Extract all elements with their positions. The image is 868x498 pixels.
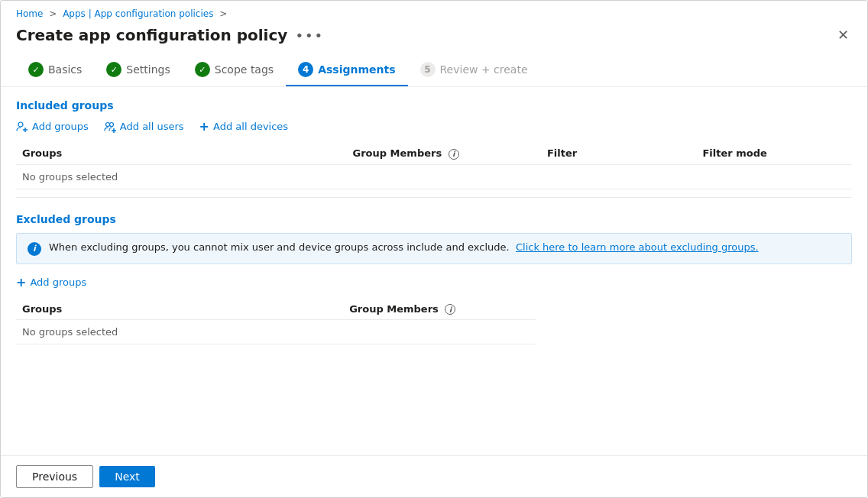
info-banner-text: When excluding groups, you cannot mix us… <box>49 241 759 253</box>
group-members-info-icon: i <box>449 149 459 160</box>
tab-review-create-label: Review + create <box>440 63 528 76</box>
table-row: No groups selected <box>16 164 852 189</box>
col-group-members-header: Group Members i <box>347 143 541 164</box>
add-groups-label: Add groups <box>32 121 89 132</box>
tab-scope-tags[interactable]: ✓ Scope tags <box>183 54 286 86</box>
add-all-devices-link[interactable]: + Add all devices <box>199 119 289 134</box>
app-window: Home > Apps | App configuration policies… <box>0 0 868 498</box>
add-all-devices-label: Add all devices <box>213 121 288 132</box>
page-title: Create app configuration policy <box>16 26 287 44</box>
close-icon[interactable]: ✕ <box>834 25 852 45</box>
breadcrumb-home[interactable]: Home <box>16 8 43 19</box>
breadcrumb-apps[interactable]: Apps | App configuration policies <box>63 8 213 19</box>
page-header: Create app configuration policy ••• ✕ <box>1 22 867 54</box>
basics-check-icon: ✓ <box>28 62 44 77</box>
info-banner-icon: i <box>28 242 41 256</box>
add-all-users-icon <box>104 121 116 133</box>
add-all-users-label: Add all users <box>120 121 184 132</box>
col-filter-header: Filter <box>541 143 697 164</box>
svg-point-0 <box>18 122 23 127</box>
footer: Previous Next <box>1 455 867 497</box>
excluded-groups-section: Excluded groups i When excluding groups,… <box>16 213 852 345</box>
included-groups-section: Included groups Add groups <box>16 99 852 189</box>
tab-settings[interactable]: ✓ Settings <box>94 54 182 86</box>
breadcrumb: Home > Apps | App configuration policies… <box>1 1 867 22</box>
info-banner-link[interactable]: Click here to learn more about excluding… <box>516 241 759 253</box>
main-content: Included groups Add groups <box>1 87 867 455</box>
previous-button[interactable]: Previous <box>16 465 93 488</box>
tab-assignments[interactable]: 4 Assignments <box>286 54 407 86</box>
settings-check-icon: ✓ <box>106 62 121 77</box>
breadcrumb-sep1: > <box>49 8 57 19</box>
excluded-actions-bar: + Add groups <box>16 275 852 289</box>
excluded-groups-title: Excluded groups <box>16 213 852 225</box>
tab-assignments-label: Assignments <box>318 63 395 76</box>
table-row: No groups selected <box>16 320 536 344</box>
included-actions-bar: Add groups Add all users + Add all <box>16 119 852 134</box>
add-all-users-link[interactable]: Add all users <box>104 121 184 133</box>
assignments-num: 4 <box>298 62 313 77</box>
breadcrumb-sep2: > <box>219 8 227 19</box>
add-all-devices-plus-icon: + <box>199 119 209 134</box>
included-empty-text: No groups selected <box>16 164 852 189</box>
included-groups-title: Included groups <box>16 99 852 112</box>
add-groups-excluded-link[interactable]: + Add groups <box>16 275 86 289</box>
more-options-icon[interactable]: ••• <box>295 27 324 44</box>
svg-point-4 <box>109 122 113 126</box>
info-banner: i When excluding groups, you cannot mix … <box>16 233 852 264</box>
add-groups-excluded-label: Add groups <box>30 276 86 288</box>
tab-review-create[interactable]: 5 Review + create <box>408 54 540 86</box>
tab-scope-tags-label: Scope tags <box>215 63 274 76</box>
excluded-groups-table: Groups Group Members i No groups selecte… <box>16 299 536 345</box>
scope-tags-check-icon: ✓ <box>195 62 210 77</box>
section-divider <box>16 197 852 198</box>
header-title-group: Create app configuration policy ••• <box>16 26 324 44</box>
wizard-tabs: ✓ Basics ✓ Settings ✓ Scope tags 4 Assig… <box>1 54 867 87</box>
excl-group-members-info-icon: i <box>445 304 455 315</box>
next-button[interactable]: Next <box>99 466 155 487</box>
tab-settings-label: Settings <box>126 63 170 76</box>
col-filter-mode-header: Filter mode <box>696 143 852 164</box>
excluded-empty-text: No groups selected <box>16 320 536 344</box>
included-groups-table: Groups Group Members i Filter Filter mod… <box>16 143 852 189</box>
add-groups-link[interactable]: Add groups <box>16 121 89 133</box>
tab-basics[interactable]: ✓ Basics <box>16 54 94 86</box>
col-groups-header: Groups <box>16 143 347 164</box>
add-groups-excluded-plus-icon: + <box>16 275 26 289</box>
excl-col-group-members-header: Group Members i <box>343 299 536 320</box>
review-create-num: 5 <box>420 62 436 77</box>
excl-col-groups-header: Groups <box>16 299 343 320</box>
tab-basics-label: Basics <box>48 63 82 76</box>
svg-point-3 <box>105 122 109 126</box>
add-groups-icon <box>16 121 28 133</box>
